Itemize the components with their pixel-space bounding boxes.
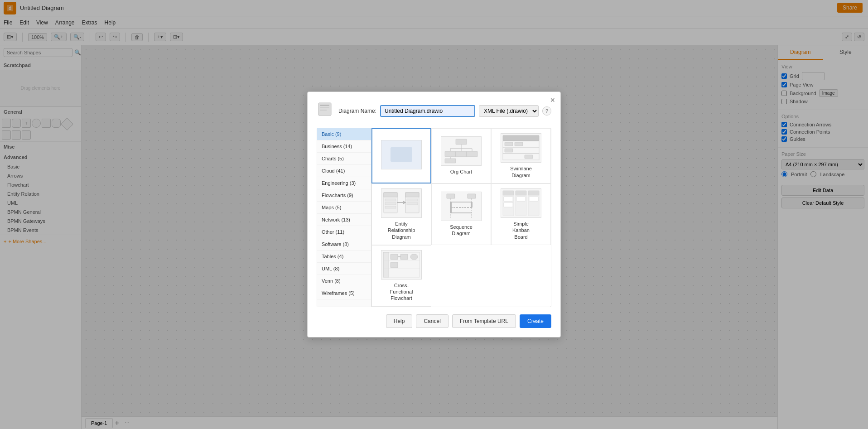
svg-rect-9 [456,139,467,145]
from-template-url-button[interactable]: From Template URL [452,314,516,328]
template-org-chart-label: Org Chart [450,169,472,175]
template-cf-label: Cross- Functional Flowchart [390,282,413,302]
svg-rect-61 [516,197,526,201]
svg-rect-60 [504,202,513,207]
svg-rect-72 [410,254,418,260]
category-other[interactable]: Other (11) [317,226,371,238]
svg-rect-28 [525,155,533,159]
create-button[interactable]: Create [520,314,551,328]
svg-rect-33 [385,202,396,205]
template-entity-relationship[interactable]: Entity Relationship Diagram [371,183,431,245]
modal-body: Basic (9) Business (14) Charts (5) Cloud… [317,128,551,307]
svg-rect-69 [400,254,408,260]
help-icon-button[interactable]: ? [542,106,551,116]
template-kanban-label: Simple Kanban Board [512,221,530,240]
svg-rect-32 [385,199,396,201]
template-kanban-thumbnail [501,188,541,218]
modal-dialog: × Diagram Name: XML File (.drawio) XML F… [307,92,561,337]
svg-rect-57 [516,191,526,195]
diagram-name-row: Diagram Name: XML File (.drawio) XML Fil… [338,105,551,117]
template-blank[interactable] [371,128,431,183]
category-venn[interactable]: Venn (8) [317,275,371,287]
svg-rect-38 [407,202,418,205]
modal-footer: Help Cancel From Template URL Create [317,314,551,328]
svg-rect-4 [320,107,329,108]
category-maps[interactable]: Maps (5) [317,202,371,214]
template-blank-thumbnail [381,140,422,169]
modal-close-button[interactable]: × [550,96,555,105]
category-wireframes[interactable]: Wireframes (5) [317,287,371,299]
diagram-name-label: Diagram Name: [338,108,376,114]
svg-rect-26 [515,142,523,146]
template-cross-functional[interactable]: Cross- Functional Flowchart [371,245,431,307]
category-basic[interactable]: Basic (9) [317,128,371,140]
category-uml[interactable]: UML (8) [317,263,371,275]
svg-rect-62 [529,197,538,201]
template-category-list: Basic (9) Business (14) Charts (5) Cloud… [317,128,371,306]
category-engineering[interactable]: Engineering (3) [317,177,371,189]
template-er-label: Entity Relationship Diagram [388,221,415,240]
template-sequence[interactable]: Sequence Diagram [431,183,491,245]
svg-rect-13 [445,151,456,157]
template-swimlane-thumbnail [501,133,541,163]
svg-rect-68 [391,254,398,260]
svg-rect-50 [450,202,452,213]
svg-rect-36 [405,193,419,197]
svg-rect-71 [391,262,398,268]
svg-rect-44 [468,194,476,198]
svg-rect-3 [320,105,329,106]
svg-rect-17 [467,151,477,157]
template-swimlane-label: Swimlane Diagram [510,165,532,178]
svg-rect-37 [407,199,418,201]
template-org-chart-thumbnail [441,136,482,166]
cancel-button[interactable]: Cancel [416,314,448,328]
help-button[interactable]: Help [386,314,413,328]
svg-rect-34 [385,206,396,208]
template-er-thumbnail [381,188,422,218]
svg-rect-43 [447,194,455,198]
svg-rect-56 [503,191,514,195]
svg-rect-64 [383,252,389,277]
template-sequence-thumbnail [441,192,482,221]
template-swimlane[interactable]: Swimlane Diagram [491,128,551,183]
template-sequence-label: Sequence Diagram [450,224,473,237]
template-cf-thumbnail [381,250,422,280]
template-grid: Org Chart [371,128,551,306]
svg-rect-7 [391,147,412,162]
category-tables[interactable]: Tables (4) [317,251,371,263]
svg-rect-5 [320,110,327,111]
modal-header: Diagram Name: XML File (.drawio) XML Fil… [317,101,551,121]
svg-rect-21 [503,135,539,141]
svg-rect-25 [505,142,513,146]
svg-rect-58 [528,191,539,195]
file-format-select[interactable]: XML File (.drawio) XML File (.xml) PNG F… [479,105,539,117]
category-flowcharts[interactable]: Flowcharts (9) [317,189,371,202]
svg-rect-27 [505,149,513,152]
diagram-name-input[interactable] [380,105,475,117]
category-charts[interactable]: Charts (5) [317,153,371,165]
modal-icon [317,101,333,121]
svg-rect-31 [384,193,397,197]
modal-overlay: × Diagram Name: XML File (.drawio) XML F… [0,0,868,429]
category-software[interactable]: Software (8) [317,238,371,251]
svg-rect-19 [445,159,456,163]
category-cloud[interactable]: Cloud (41) [317,165,371,177]
svg-rect-51 [471,202,473,207]
category-network[interactable]: Network (13) [317,214,371,226]
template-org-chart[interactable]: Org Chart [431,128,491,183]
svg-rect-59 [504,197,513,201]
template-kanban[interactable]: Simple Kanban Board [491,183,551,245]
svg-rect-15 [456,151,467,157]
category-business[interactable]: Business (14) [317,140,371,153]
